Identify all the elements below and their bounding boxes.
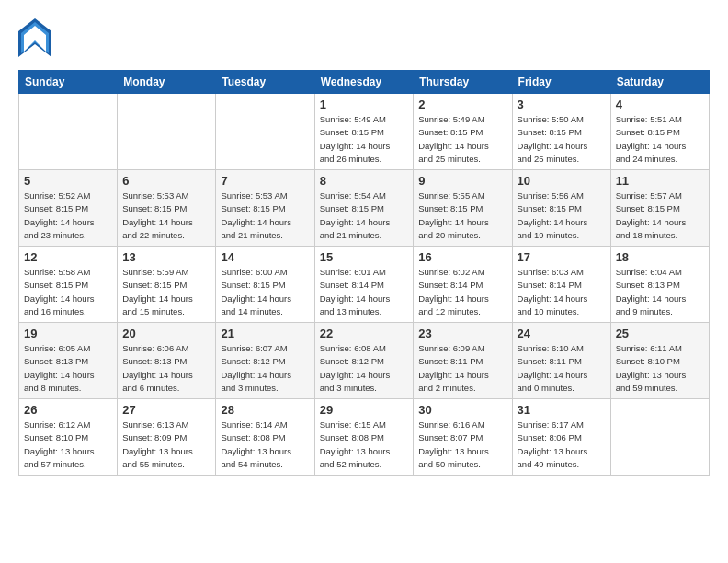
day-info: Sunrise: 5:52 AMSunset: 8:15 PMDaylight:… xyxy=(24,190,112,242)
day-cell: 2Sunrise: 5:49 AMSunset: 8:15 PMDaylight… xyxy=(414,94,512,170)
day-number: 19 xyxy=(24,327,112,340)
day-info: Sunrise: 6:13 AMSunset: 8:09 PMDaylight:… xyxy=(122,419,210,471)
logo xyxy=(18,18,51,61)
day-number: 1 xyxy=(320,98,409,111)
week-row-4: 19Sunrise: 6:05 AMSunset: 8:13 PMDayligh… xyxy=(19,323,710,399)
day-info: Sunrise: 5:56 AMSunset: 8:15 PMDaylight:… xyxy=(518,190,606,242)
day-info: Sunrise: 6:04 AMSunset: 8:13 PMDaylight:… xyxy=(616,266,704,318)
day-info: Sunrise: 5:54 AMSunset: 8:15 PMDaylight:… xyxy=(320,190,409,242)
day-info: Sunrise: 6:16 AMSunset: 8:07 PMDaylight:… xyxy=(418,419,506,471)
day-info: Sunrise: 5:53 AMSunset: 8:15 PMDaylight:… xyxy=(221,190,309,242)
day-info: Sunrise: 5:51 AMSunset: 8:15 PMDaylight:… xyxy=(616,113,704,166)
day-info: Sunrise: 6:03 AMSunset: 8:14 PMDaylight:… xyxy=(518,266,606,318)
day-info: Sunrise: 6:01 AMSunset: 8:14 PMDaylight:… xyxy=(320,266,409,318)
day-cell: 29Sunrise: 6:15 AMSunset: 8:08 PMDayligh… xyxy=(314,399,414,476)
week-row-1: 1Sunrise: 5:49 AMSunset: 8:15 PMDaylight… xyxy=(19,94,710,170)
week-row-5: 26Sunrise: 6:12 AMSunset: 8:10 PMDayligh… xyxy=(19,399,710,476)
day-info: Sunrise: 6:15 AMSunset: 8:08 PMDaylight:… xyxy=(320,419,409,471)
day-cell: 12Sunrise: 5:58 AMSunset: 8:15 PMDayligh… xyxy=(19,247,118,323)
day-number: 27 xyxy=(122,403,210,417)
day-cell: 18Sunrise: 6:04 AMSunset: 8:13 PMDayligh… xyxy=(610,247,709,323)
day-cell: 25Sunrise: 6:11 AMSunset: 8:10 PMDayligh… xyxy=(610,323,709,399)
day-cell: 4Sunrise: 5:51 AMSunset: 8:15 PMDaylight… xyxy=(610,94,709,170)
day-info: Sunrise: 5:53 AMSunset: 8:15 PMDaylight:… xyxy=(122,190,210,242)
day-cell: 7Sunrise: 5:53 AMSunset: 8:15 PMDaylight… xyxy=(216,170,314,247)
week-row-3: 12Sunrise: 5:58 AMSunset: 8:15 PMDayligh… xyxy=(19,247,710,323)
day-number: 21 xyxy=(221,327,309,340)
day-number: 11 xyxy=(616,174,704,188)
day-number: 22 xyxy=(320,327,409,340)
day-info: Sunrise: 6:06 AMSunset: 8:13 PMDaylight:… xyxy=(122,342,210,395)
day-cell: 26Sunrise: 6:12 AMSunset: 8:10 PMDayligh… xyxy=(19,399,118,476)
day-header-tuesday: Tuesday xyxy=(216,71,314,94)
day-header-monday: Monday xyxy=(118,71,216,94)
logo-icon xyxy=(18,18,51,61)
day-number: 3 xyxy=(518,98,606,111)
day-cell: 10Sunrise: 5:56 AMSunset: 8:15 PMDayligh… xyxy=(512,170,610,247)
day-number: 29 xyxy=(320,403,409,417)
day-number: 13 xyxy=(122,250,210,264)
day-header-sunday: Sunday xyxy=(19,71,118,94)
day-cell: 19Sunrise: 6:05 AMSunset: 8:13 PMDayligh… xyxy=(19,323,118,399)
day-cell: 8Sunrise: 5:54 AMSunset: 8:15 PMDaylight… xyxy=(314,170,414,247)
day-info: Sunrise: 6:05 AMSunset: 8:13 PMDaylight:… xyxy=(24,342,112,395)
day-number: 31 xyxy=(518,403,606,417)
day-cell: 27Sunrise: 6:13 AMSunset: 8:09 PMDayligh… xyxy=(118,399,216,476)
day-cell: 16Sunrise: 6:02 AMSunset: 8:14 PMDayligh… xyxy=(414,247,512,323)
day-info: Sunrise: 5:50 AMSunset: 8:15 PMDaylight:… xyxy=(518,113,606,166)
day-number: 17 xyxy=(518,250,606,264)
day-cell xyxy=(19,94,118,170)
day-number: 5 xyxy=(24,174,112,188)
day-info: Sunrise: 6:09 AMSunset: 8:11 PMDaylight:… xyxy=(418,342,506,395)
day-info: Sunrise: 6:07 AMSunset: 8:12 PMDaylight:… xyxy=(221,342,309,395)
day-number: 7 xyxy=(221,174,309,188)
day-number: 18 xyxy=(616,250,704,264)
day-cell: 5Sunrise: 5:52 AMSunset: 8:15 PMDaylight… xyxy=(19,170,118,247)
day-info: Sunrise: 6:12 AMSunset: 8:10 PMDaylight:… xyxy=(24,419,112,471)
day-info: Sunrise: 6:14 AMSunset: 8:08 PMDaylight:… xyxy=(221,419,309,471)
day-header-friday: Friday xyxy=(512,71,610,94)
day-info: Sunrise: 5:55 AMSunset: 8:15 PMDaylight:… xyxy=(418,190,506,242)
calendar-table: SundayMondayTuesdayWednesdayThursdayFrid… xyxy=(18,70,710,476)
day-cell: 20Sunrise: 6:06 AMSunset: 8:13 PMDayligh… xyxy=(118,323,216,399)
day-cell: 31Sunrise: 6:17 AMSunset: 8:06 PMDayligh… xyxy=(512,399,610,476)
day-cell: 28Sunrise: 6:14 AMSunset: 8:08 PMDayligh… xyxy=(216,399,314,476)
day-cell: 1Sunrise: 5:49 AMSunset: 8:15 PMDaylight… xyxy=(314,94,414,170)
calendar-header-row: SundayMondayTuesdayWednesdayThursdayFrid… xyxy=(19,71,710,94)
day-info: Sunrise: 6:08 AMSunset: 8:12 PMDaylight:… xyxy=(320,342,409,395)
day-cell: 23Sunrise: 6:09 AMSunset: 8:11 PMDayligh… xyxy=(414,323,512,399)
day-number: 14 xyxy=(221,250,309,264)
day-cell: 30Sunrise: 6:16 AMSunset: 8:07 PMDayligh… xyxy=(414,399,512,476)
day-header-saturday: Saturday xyxy=(610,71,709,94)
page-header xyxy=(18,18,710,61)
day-number: 12 xyxy=(24,250,112,264)
day-number: 10 xyxy=(518,174,606,188)
day-cell: 3Sunrise: 5:50 AMSunset: 8:15 PMDaylight… xyxy=(512,94,610,170)
day-number: 6 xyxy=(122,174,210,188)
day-cell: 13Sunrise: 5:59 AMSunset: 8:15 PMDayligh… xyxy=(118,247,216,323)
day-info: Sunrise: 5:49 AMSunset: 8:15 PMDaylight:… xyxy=(418,113,506,166)
day-cell: 6Sunrise: 5:53 AMSunset: 8:15 PMDaylight… xyxy=(118,170,216,247)
day-number: 28 xyxy=(221,403,309,417)
day-cell: 21Sunrise: 6:07 AMSunset: 8:12 PMDayligh… xyxy=(216,323,314,399)
day-number: 15 xyxy=(320,250,409,264)
week-row-2: 5Sunrise: 5:52 AMSunset: 8:15 PMDaylight… xyxy=(19,170,710,247)
day-cell: 22Sunrise: 6:08 AMSunset: 8:12 PMDayligh… xyxy=(314,323,414,399)
day-cell: 17Sunrise: 6:03 AMSunset: 8:14 PMDayligh… xyxy=(512,247,610,323)
day-number: 26 xyxy=(24,403,112,417)
day-info: Sunrise: 6:17 AMSunset: 8:06 PMDaylight:… xyxy=(518,419,606,471)
day-info: Sunrise: 6:00 AMSunset: 8:15 PMDaylight:… xyxy=(221,266,309,318)
day-info: Sunrise: 6:10 AMSunset: 8:11 PMDaylight:… xyxy=(518,342,606,395)
day-number: 30 xyxy=(418,403,506,417)
day-number: 2 xyxy=(418,98,506,111)
day-number: 4 xyxy=(616,98,704,111)
day-info: Sunrise: 5:49 AMSunset: 8:15 PMDaylight:… xyxy=(320,113,409,166)
day-info: Sunrise: 6:02 AMSunset: 8:14 PMDaylight:… xyxy=(418,266,506,318)
day-cell xyxy=(216,94,314,170)
day-cell: 24Sunrise: 6:10 AMSunset: 8:11 PMDayligh… xyxy=(512,323,610,399)
day-info: Sunrise: 5:58 AMSunset: 8:15 PMDaylight:… xyxy=(24,266,112,318)
day-header-wednesday: Wednesday xyxy=(314,71,414,94)
day-cell: 15Sunrise: 6:01 AMSunset: 8:14 PMDayligh… xyxy=(314,247,414,323)
day-info: Sunrise: 5:57 AMSunset: 8:15 PMDaylight:… xyxy=(616,190,704,242)
day-header-thursday: Thursday xyxy=(414,71,512,94)
